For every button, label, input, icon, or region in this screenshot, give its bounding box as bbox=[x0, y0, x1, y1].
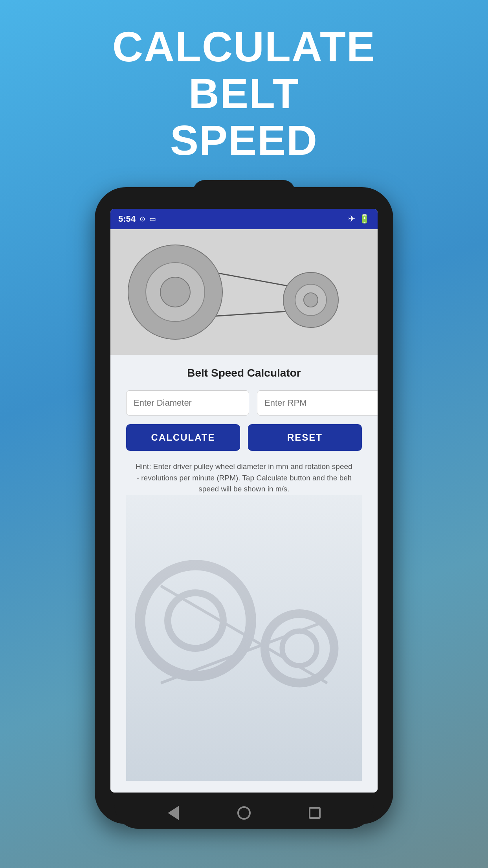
reset-button[interactable]: RESET bbox=[248, 424, 362, 451]
inputs-row bbox=[126, 390, 362, 416]
calculate-button[interactable]: CALCULATE bbox=[126, 424, 240, 451]
app-content: Belt Speed Calculator CALCULATE RESET Hi… bbox=[110, 355, 378, 793]
svg-point-7 bbox=[304, 293, 318, 307]
home-button[interactable] bbox=[234, 803, 254, 823]
airplane-icon: ✈ bbox=[348, 214, 355, 224]
phone-mockup: 5:54 ⊙ ▭ ✈ 🔋 bbox=[95, 187, 393, 836]
buttons-row: CALCULATE RESET bbox=[126, 424, 362, 451]
bottom-nav bbox=[114, 797, 374, 829]
status-bar-right: ✈ 🔋 bbox=[348, 214, 370, 224]
machinery-background bbox=[126, 495, 362, 781]
svg-line-13 bbox=[161, 621, 327, 683]
status-bar: 5:54 ⊙ ▭ ✈ 🔋 bbox=[110, 209, 378, 229]
diameter-input[interactable] bbox=[126, 390, 249, 416]
status-time: 5:54 bbox=[118, 214, 136, 224]
hint-text: Hint: Enter driver pulley wheel diameter… bbox=[134, 461, 354, 495]
svg-point-4 bbox=[160, 277, 190, 307]
battery-icon: 🔋 bbox=[359, 214, 370, 224]
recent-button[interactable] bbox=[305, 803, 325, 823]
svg-point-10 bbox=[265, 614, 334, 683]
page-title: CALCULATE BELT SPEED bbox=[67, 24, 421, 164]
back-button[interactable] bbox=[163, 803, 183, 823]
phone-screen: 5:54 ⊙ ▭ ✈ 🔋 bbox=[110, 209, 378, 793]
belt-illustration bbox=[110, 229, 378, 355]
svg-point-9 bbox=[168, 593, 223, 648]
status-bar-left: 5:54 ⊙ ▭ bbox=[118, 214, 156, 224]
status-circle-icon: ⊙ bbox=[139, 215, 145, 223]
svg-point-8 bbox=[140, 565, 251, 676]
app-section-title: Belt Speed Calculator bbox=[187, 367, 301, 379]
status-battery-icon: ▭ bbox=[149, 215, 156, 223]
rpm-input[interactable] bbox=[257, 390, 378, 416]
